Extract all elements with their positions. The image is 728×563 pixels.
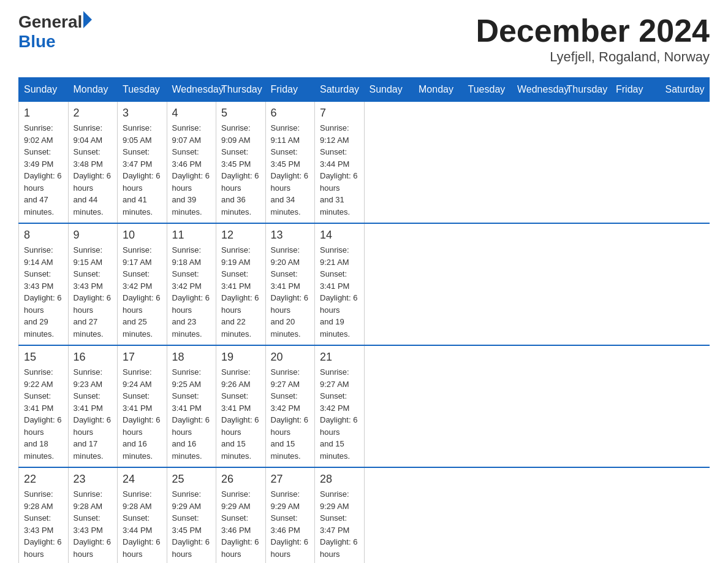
calendar-header-row: SundayMondayTuesdayWednesdayThursdayFrid… <box>19 78 710 102</box>
column-header-thursday: Thursday <box>561 78 611 102</box>
day-number: 11 <box>172 229 211 242</box>
calendar-day-cell: 8Sunrise: 9:14 AMSunset: 3:43 PMDaylight… <box>19 223 69 345</box>
column-header-monday: Monday <box>414 78 463 102</box>
day-info: Sunrise: 9:27 AMSunset: 3:42 PMDaylight:… <box>271 366 310 462</box>
day-number: 6 <box>271 107 310 120</box>
logo-arrow-icon <box>83 11 92 28</box>
page-title: December 2024 <box>476 12 710 49</box>
day-info: Sunrise: 9:18 AMSunset: 3:42 PMDaylight:… <box>172 244 211 340</box>
calendar-day-cell: 14Sunrise: 9:21 AMSunset: 3:41 PMDayligh… <box>315 223 365 345</box>
day-number: 20 <box>271 351 310 364</box>
day-number: 2 <box>74 107 113 120</box>
day-info: Sunrise: 9:07 AMSunset: 3:46 PMDaylight:… <box>172 122 211 218</box>
calendar-day-cell: 26Sunrise: 9:29 AMSunset: 3:46 PMDayligh… <box>216 467 266 563</box>
calendar-day-cell: 5Sunrise: 9:09 AMSunset: 3:45 PMDaylight… <box>216 102 266 224</box>
calendar-day-cell: 2Sunrise: 9:04 AMSunset: 3:48 PMDaylight… <box>68 102 118 224</box>
column-header-saturday: Saturday <box>660 78 710 102</box>
day-info: Sunrise: 9:29 AMSunset: 3:46 PMDaylight:… <box>271 488 310 563</box>
day-info: Sunrise: 9:29 AMSunset: 3:47 PMDaylight:… <box>320 488 359 563</box>
logo: General Blue <box>18 12 92 52</box>
day-info: Sunrise: 9:11 AMSunset: 3:45 PMDaylight:… <box>271 122 310 218</box>
day-info: Sunrise: 9:25 AMSunset: 3:41 PMDaylight:… <box>172 366 211 462</box>
calendar-day-cell: 24Sunrise: 9:28 AMSunset: 3:44 PMDayligh… <box>118 467 167 563</box>
day-info: Sunrise: 9:22 AMSunset: 3:41 PMDaylight:… <box>24 366 63 462</box>
calendar-week-row: 15Sunrise: 9:22 AMSunset: 3:41 PMDayligh… <box>19 345 710 467</box>
calendar-week-row: 22Sunrise: 9:28 AMSunset: 3:43 PMDayligh… <box>19 467 710 563</box>
day-info: Sunrise: 9:12 AMSunset: 3:44 PMDaylight:… <box>320 122 359 218</box>
column-header-tuesday: Tuesday <box>118 78 167 102</box>
day-number: 13 <box>271 229 310 242</box>
calendar-day-cell: 18Sunrise: 9:25 AMSunset: 3:41 PMDayligh… <box>167 345 216 467</box>
day-number: 25 <box>172 473 211 486</box>
day-info: Sunrise: 9:19 AMSunset: 3:41 PMDaylight:… <box>221 244 260 340</box>
logo-blue: Blue <box>18 32 56 52</box>
day-info: Sunrise: 9:28 AMSunset: 3:43 PMDaylight:… <box>24 488 63 563</box>
day-number: 10 <box>123 229 162 242</box>
day-number: 28 <box>320 473 359 486</box>
column-header-tuesday: Tuesday <box>463 78 512 102</box>
column-header-monday: Monday <box>68 78 118 102</box>
page-header: General Blue December 2024 Lyefjell, Rog… <box>18 12 710 65</box>
calendar-day-cell: 21Sunrise: 9:27 AMSunset: 3:42 PMDayligh… <box>315 345 365 467</box>
calendar-day-cell: 13Sunrise: 9:20 AMSunset: 3:41 PMDayligh… <box>265 223 315 345</box>
day-info: Sunrise: 9:02 AMSunset: 3:49 PMDaylight:… <box>24 122 63 218</box>
calendar-day-cell: 22Sunrise: 9:28 AMSunset: 3:43 PMDayligh… <box>19 467 69 563</box>
day-info: Sunrise: 9:05 AMSunset: 3:47 PMDaylight:… <box>123 122 162 218</box>
calendar-day-cell: 16Sunrise: 9:23 AMSunset: 3:41 PMDayligh… <box>68 345 118 467</box>
day-number: 14 <box>320 229 359 242</box>
day-number: 8 <box>24 229 63 242</box>
column-header-saturday: Saturday <box>315 78 365 102</box>
calendar-day-cell: 17Sunrise: 9:24 AMSunset: 3:41 PMDayligh… <box>118 345 167 467</box>
column-header-friday: Friday <box>611 78 661 102</box>
day-number: 21 <box>320 351 359 364</box>
day-number: 18 <box>172 351 211 364</box>
calendar-day-cell: 28Sunrise: 9:29 AMSunset: 3:47 PMDayligh… <box>315 467 365 563</box>
calendar-day-cell: 1Sunrise: 9:02 AMSunset: 3:49 PMDaylight… <box>19 102 69 224</box>
day-info: Sunrise: 9:28 AMSunset: 3:43 PMDaylight:… <box>74 488 113 563</box>
calendar-day-cell: 23Sunrise: 9:28 AMSunset: 3:43 PMDayligh… <box>68 467 118 563</box>
day-number: 12 <box>221 229 260 242</box>
day-info: Sunrise: 9:27 AMSunset: 3:42 PMDaylight:… <box>320 366 359 462</box>
column-header-thursday: Thursday <box>216 78 266 102</box>
day-info: Sunrise: 9:29 AMSunset: 3:46 PMDaylight:… <box>221 488 260 563</box>
calendar-day-cell: 27Sunrise: 9:29 AMSunset: 3:46 PMDayligh… <box>265 467 315 563</box>
calendar-week-row: 8Sunrise: 9:14 AMSunset: 3:43 PMDaylight… <box>19 223 710 345</box>
column-header-wednesday: Wednesday <box>167 78 216 102</box>
calendar-day-cell: 7Sunrise: 9:12 AMSunset: 3:44 PMDaylight… <box>315 102 365 224</box>
day-info: Sunrise: 9:04 AMSunset: 3:48 PMDaylight:… <box>74 122 113 218</box>
calendar-day-cell: 11Sunrise: 9:18 AMSunset: 3:42 PMDayligh… <box>167 223 216 345</box>
column-header-wednesday: Wednesday <box>512 78 562 102</box>
calendar-week-row: 1Sunrise: 9:02 AMSunset: 3:49 PMDaylight… <box>19 102 710 224</box>
calendar-day-cell: 6Sunrise: 9:11 AMSunset: 3:45 PMDaylight… <box>265 102 315 224</box>
page-subtitle: Lyefjell, Rogaland, Norway <box>476 49 710 65</box>
day-info: Sunrise: 9:21 AMSunset: 3:41 PMDaylight:… <box>320 244 359 340</box>
day-info: Sunrise: 9:14 AMSunset: 3:43 PMDaylight:… <box>24 244 63 340</box>
day-number: 9 <box>74 229 113 242</box>
calendar-day-cell: 4Sunrise: 9:07 AMSunset: 3:46 PMDaylight… <box>167 102 216 224</box>
day-number: 1 <box>24 107 63 120</box>
title-block: December 2024 Lyefjell, Rogaland, Norway <box>476 12 710 65</box>
calendar-day-cell: 12Sunrise: 9:19 AMSunset: 3:41 PMDayligh… <box>216 223 266 345</box>
day-number: 22 <box>24 473 63 486</box>
calendar-day-cell: 10Sunrise: 9:17 AMSunset: 3:42 PMDayligh… <box>118 223 167 345</box>
day-number: 26 <box>221 473 260 486</box>
day-number: 23 <box>74 473 113 486</box>
day-info: Sunrise: 9:29 AMSunset: 3:45 PMDaylight:… <box>172 488 211 563</box>
day-number: 7 <box>320 107 359 120</box>
day-number: 15 <box>24 351 63 364</box>
calendar-day-cell: 19Sunrise: 9:26 AMSunset: 3:41 PMDayligh… <box>216 345 266 467</box>
calendar-day-cell: 3Sunrise: 9:05 AMSunset: 3:47 PMDaylight… <box>118 102 167 224</box>
day-info: Sunrise: 9:15 AMSunset: 3:43 PMDaylight:… <box>74 244 113 340</box>
day-info: Sunrise: 9:26 AMSunset: 3:41 PMDaylight:… <box>221 366 260 462</box>
column-header-sunday: Sunday <box>364 78 414 102</box>
calendar-day-cell: 20Sunrise: 9:27 AMSunset: 3:42 PMDayligh… <box>265 345 315 467</box>
day-info: Sunrise: 9:24 AMSunset: 3:41 PMDaylight:… <box>123 366 162 462</box>
day-info: Sunrise: 9:09 AMSunset: 3:45 PMDaylight:… <box>221 122 260 218</box>
calendar-day-cell: 25Sunrise: 9:29 AMSunset: 3:45 PMDayligh… <box>167 467 216 563</box>
day-number: 5 <box>221 107 260 120</box>
day-number: 4 <box>172 107 211 120</box>
day-number: 24 <box>123 473 162 486</box>
day-info: Sunrise: 9:17 AMSunset: 3:42 PMDaylight:… <box>123 244 162 340</box>
calendar-table: SundayMondayTuesdayWednesdayThursdayFrid… <box>18 77 710 563</box>
day-number: 3 <box>123 107 162 120</box>
